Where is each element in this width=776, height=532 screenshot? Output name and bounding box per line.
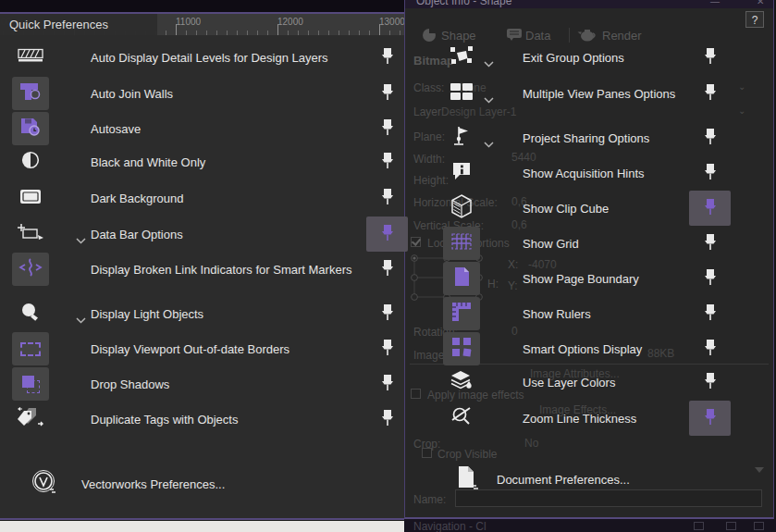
minimize-icon[interactable]: — — [710, 0, 720, 6]
pref-item-show-clip-cube[interactable]: Show Clip Cube — [404, 191, 773, 226]
pref-item-label: Use Layer Colors — [523, 376, 615, 390]
view-panes-icon — [450, 82, 474, 105]
pin-icon — [381, 339, 394, 360]
pin-button[interactable] — [689, 155, 731, 191]
ruler-label: 13000 — [379, 17, 405, 27]
pin-button[interactable] — [689, 120, 731, 155]
pin-icon — [704, 83, 717, 105]
info-bubble-icon — [450, 161, 473, 185]
chevron-down-icon[interactable] — [76, 311, 86, 328]
pin-button[interactable] — [689, 331, 731, 366]
palette-menu-icon[interactable] — [694, 522, 704, 530]
pin-icon — [704, 233, 717, 254]
navigation-palette-bar[interactable]: Navigation - Cl — [404, 519, 776, 532]
pin-button[interactable] — [366, 366, 408, 402]
pref-item-label: Show Acquisition Hints — [523, 167, 645, 180]
pref-item-data-bar-options[interactable]: Data Bar Options — [0, 217, 404, 252]
pref-item-label: Auto Display Detail Levels for Design La… — [91, 51, 328, 65]
pin-button[interactable] — [366, 296, 408, 331]
pref-item-duplicate-tags[interactable]: Duplicate Tags with Objects — [0, 402, 404, 437]
pin-button[interactable] — [689, 401, 731, 436]
pin-icon — [381, 47, 394, 68]
pref-item-zoom-line-thickness[interactable]: Zoom Line Thickness — [404, 401, 773, 436]
pin-button[interactable] — [689, 76, 731, 111]
pref-item-acquisition-hints[interactable]: Show Acquisition Hints — [404, 155, 773, 191]
crop-visible-label: Crop Visible — [437, 448, 497, 461]
pin-icon — [381, 409, 394, 430]
pref-item-dark-background[interactable]: Dark Background — [0, 180, 404, 216]
pin-button[interactable] — [689, 365, 731, 400]
pin-icon — [704, 47, 717, 68]
pref-item-use-layer-colors[interactable]: Use Layer Colors — [404, 365, 773, 400]
pref-item-show-page-boundary[interactable]: Show Page Boundary — [404, 261, 773, 296]
pref-item-viewport-out-of-date-borders[interactable]: Display Viewport Out-of-date Borders — [0, 331, 404, 366]
pin-button[interactable] — [689, 261, 731, 296]
viewport-border-icon — [20, 342, 41, 356]
smart-options-icon — [451, 337, 472, 361]
pref-item-black-and-white-only[interactable]: Black and White Only — [0, 144, 404, 179]
pin-button[interactable] — [366, 217, 408, 252]
pin-icon — [704, 408, 717, 429]
pref-item-label: Document Preferences... — [497, 473, 630, 487]
document-preferences-item[interactable]: Document Preferences... — [404, 462, 773, 497]
zoom-slash-icon — [450, 405, 473, 431]
pref-item-label: Show Clip Cube — [523, 202, 609, 216]
chevron-down-icon[interactable] — [484, 91, 494, 107]
pin-button[interactable] — [366, 111, 408, 146]
pref-item-label: Autosave — [91, 122, 141, 136]
pref-item-autosave[interactable]: Autosave — [0, 111, 404, 146]
pin-icon — [381, 374, 394, 395]
palette-pin-icon[interactable] — [754, 522, 764, 530]
pref-item-broken-link-indicators[interactable]: Display Broken Link Indicators for Smart… — [0, 252, 404, 287]
pref-item-label: Smart Options Display — [523, 342, 642, 356]
crop-visible-checkbox[interactable] — [422, 448, 432, 458]
crop-value: No — [524, 437, 538, 450]
pref-item-exit-group-options[interactable]: Exit Group Options — [404, 40, 773, 75]
ruler-label: 12000 — [277, 17, 303, 27]
drawing-area-strip — [0, 521, 404, 532]
pin-icon — [704, 163, 717, 184]
pin-button[interactable] — [366, 76, 408, 111]
pin-button[interactable] — [689, 226, 731, 261]
pref-item-auto-display-detail-levels[interactable]: Auto Display Detail Levels for Design La… — [0, 40, 404, 75]
pref-item-show-grid[interactable]: Show Grid — [404, 226, 773, 261]
half-circle-icon — [21, 151, 40, 173]
pin-button[interactable] — [366, 331, 408, 366]
help-button[interactable]: ? — [745, 11, 764, 28]
pin-button[interactable] — [366, 402, 408, 437]
object-info-titlebar[interactable]: Object Info - Shape — ✕ — [405, 0, 773, 8]
pref-item-show-rulers[interactable]: Show Rulers — [404, 296, 773, 331]
chevron-down-icon[interactable] — [76, 231, 86, 248]
pin-button[interactable] — [689, 191, 731, 226]
dark-background-icon — [19, 189, 42, 208]
pin-button[interactable] — [366, 144, 408, 179]
pref-item-project-sharing[interactable]: Project Sharing Options — [404, 120, 773, 155]
pref-item-multiple-view-panes[interactable]: Multiple View Panes Options — [404, 76, 773, 111]
pin-icon — [381, 259, 394, 280]
clip-cube-icon — [450, 194, 473, 222]
pin-icon — [704, 372, 717, 393]
palette-help-icon[interactable] — [726, 522, 736, 530]
pref-item-smart-options-display[interactable]: Smart Options Display — [404, 331, 773, 366]
vectorworks-preferences-item[interactable]: Vectorworks Preferences... — [0, 466, 404, 501]
pin-button[interactable] — [366, 40, 408, 75]
pin-button[interactable] — [366, 252, 408, 287]
pin-button[interactable] — [366, 180, 408, 216]
pin-icon — [704, 198, 717, 219]
pin-button[interactable] — [689, 40, 731, 75]
ruler-label: 11000 — [176, 17, 201, 27]
pref-item-label: Dark Background — [91, 192, 183, 205]
close-icon[interactable]: ✕ — [757, 0, 764, 6]
pref-item-label: Display Viewport Out-of-date Borders — [91, 342, 289, 356]
grid-icon — [450, 232, 473, 254]
chevron-down-icon[interactable] — [484, 55, 494, 71]
pref-item-display-light-objects[interactable]: Display Light Objects — [0, 296, 404, 331]
chevron-down-icon[interactable] — [484, 135, 494, 152]
pref-item-drop-shadows[interactable]: Drop Shadows — [0, 366, 404, 402]
pref-item-label: Display Light Objects — [91, 307, 203, 321]
tags-icon — [17, 407, 44, 432]
page-boundary-icon — [451, 266, 472, 291]
pref-item-label: Duplicate Tags with Objects — [91, 413, 238, 427]
pref-item-auto-join-walls[interactable]: Auto Join Walls — [0, 76, 404, 111]
pin-button[interactable] — [689, 296, 731, 331]
